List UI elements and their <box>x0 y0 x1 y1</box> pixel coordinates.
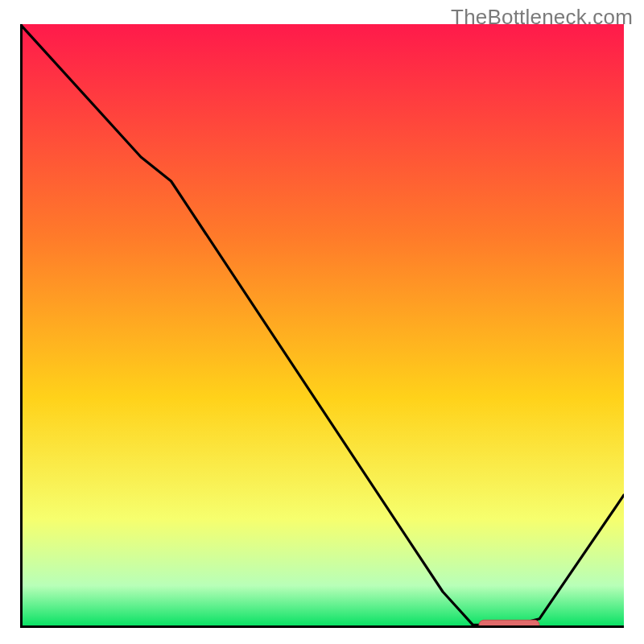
axes <box>20 24 624 628</box>
plot-area <box>20 24 624 628</box>
chart-container: TheBottleneck.com <box>0 0 644 644</box>
watermark-text: TheBottleneck.com <box>451 5 633 30</box>
